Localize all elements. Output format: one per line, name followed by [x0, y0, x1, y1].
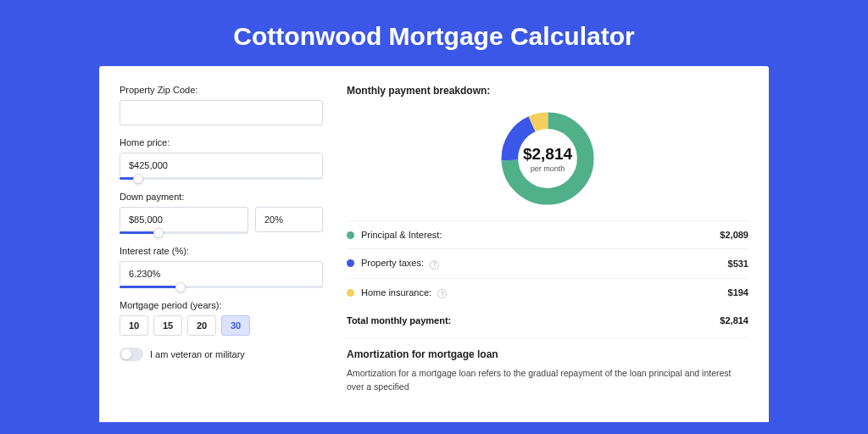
info-icon[interactable]: ? — [430, 260, 439, 270]
breakdown-title: Monthly payment breakdown: — [347, 85, 748, 97]
down-payment-slider[interactable] — [120, 231, 248, 234]
info-icon[interactable]: ? — [437, 289, 447, 298]
calculator-panel: Property Zip Code: Home price: Down paym… — [99, 66, 769, 422]
period-options: 10 15 20 30 — [120, 315, 323, 336]
slider-thumb-icon[interactable] — [175, 282, 186, 292]
dot-icon — [347, 259, 354, 267]
legend-amount: $531 — [728, 259, 748, 269]
home-price-input[interactable] — [120, 153, 323, 178]
legend-row-home-insurance: Home insurance: ? $194 — [347, 279, 748, 308]
period-label: Mortgage period (years): — [120, 300, 323, 310]
legend-label: Property taxes: ? — [361, 258, 728, 270]
period-option-30[interactable]: 30 — [221, 315, 250, 336]
amortization-title: Amortization for mortgage loan — [347, 348, 748, 360]
veteran-toggle-row: I am veteran or military — [120, 348, 323, 361]
dot-icon — [347, 231, 354, 239]
total-amount: $2,814 — [720, 315, 748, 326]
slider-thumb-icon[interactable] — [133, 174, 143, 184]
down-payment-label: Down payment: — [120, 192, 323, 202]
down-payment-percent-input[interactable] — [255, 207, 323, 232]
donut-chart-wrap: $2,814 per month — [347, 105, 748, 220]
legend-amount: $194 — [728, 287, 748, 298]
period-option-15[interactable]: 15 — [153, 315, 182, 336]
period-option-20[interactable]: 20 — [187, 315, 216, 336]
zip-input[interactable] — [120, 100, 323, 125]
veteran-toggle[interactable] — [120, 348, 143, 361]
breakdown-column: Monthly payment breakdown: $2,814 per mo… — [347, 85, 748, 422]
veteran-toggle-label: I am veteran or military — [150, 349, 245, 359]
dot-icon — [347, 289, 354, 297]
legend: Principal & Interest: $2,089 Property ta… — [347, 220, 748, 307]
home-price-slider[interactable] — [120, 177, 323, 180]
zip-label: Property Zip Code: — [120, 85, 323, 95]
zip-field-group: Property Zip Code: — [120, 85, 323, 125]
slider-thumb-icon[interactable] — [153, 228, 164, 238]
down-payment-field-group: Down payment: — [120, 192, 323, 234]
interest-input[interactable] — [120, 261, 323, 287]
total-label: Total monthly payment: — [347, 315, 720, 326]
interest-field-group: Interest rate (%): — [120, 246, 323, 288]
form-column: Property Zip Code: Home price: Down paym… — [120, 85, 323, 422]
interest-label: Interest rate (%): — [120, 246, 323, 256]
donut-center-sub: per month — [531, 164, 565, 173]
down-payment-amount-input[interactable] — [120, 207, 248, 232]
home-price-field-group: Home price: — [120, 137, 323, 180]
amortization-section: Amortization for mortgage loan Amortizat… — [347, 337, 748, 394]
total-row: Total monthly payment: $2,814 — [347, 307, 748, 337]
period-option-10[interactable]: 10 — [120, 315, 148, 336]
legend-label: Home insurance: ? — [361, 287, 728, 299]
legend-amount: $2,089 — [720, 230, 748, 240]
donut-center-amount: $2,814 — [523, 145, 572, 164]
legend-row-property-taxes: Property taxes: ? $531 — [347, 249, 748, 279]
home-price-label: Home price: — [120, 137, 323, 147]
donut-chart: $2,814 per month — [498, 108, 598, 209]
legend-label: Principal & Interest: — [361, 230, 720, 240]
amortization-text: Amortization for a mortgage loan refers … — [347, 367, 748, 394]
legend-row-principal-interest: Principal & Interest: $2,089 — [347, 221, 748, 249]
period-field-group: Mortgage period (years): 10 15 20 30 — [120, 300, 323, 336]
page-title: Cottonwood Mortgage Calculator — [0, 0, 868, 66]
interest-slider[interactable] — [120, 286, 323, 288]
